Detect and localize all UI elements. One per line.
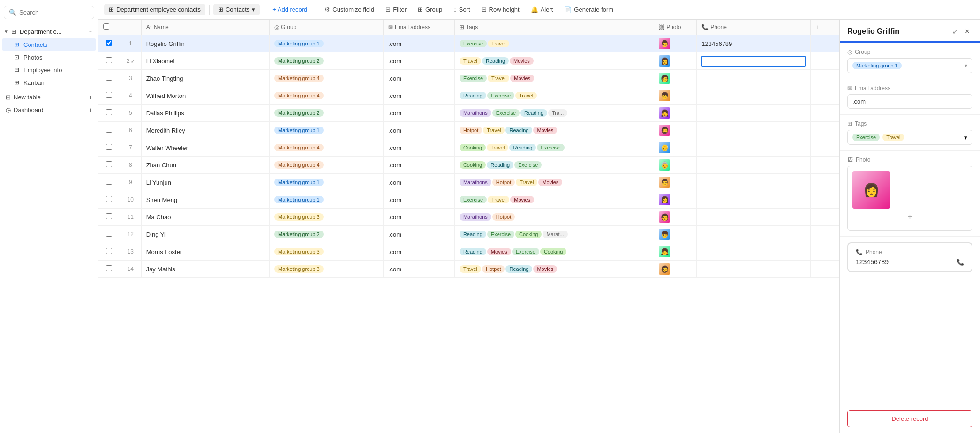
name-cell[interactable]: Dallas Phillips <box>141 105 269 122</box>
phone-cell[interactable] <box>697 52 811 70</box>
search-bar[interactable]: 🔍 <box>4 6 94 19</box>
email-cell[interactable]: .com <box>384 157 455 174</box>
add-row-btn[interactable]: + <box>98 278 839 292</box>
tags-cell[interactable]: ExerciseTravelMovies <box>454 191 654 209</box>
detail-photo-add-btn[interactable]: + <box>852 209 967 225</box>
group-cell[interactable]: Marketing group 4 <box>270 87 384 105</box>
tags-cell[interactable]: HotpotTravelReadingMovies <box>454 122 654 139</box>
contacts-tab[interactable]: ⊞ Contacts ▾ <box>213 4 260 15</box>
group-cell[interactable]: Marketing group 3 <box>270 243 384 261</box>
phone-cell[interactable] <box>697 87 811 105</box>
tags-cell[interactable]: MarathonsExerciseReadingTra... <box>454 105 654 122</box>
phone-input[interactable] <box>701 56 806 67</box>
tags-cell[interactable]: ExerciseTravelMovies <box>454 70 654 87</box>
name-cell[interactable]: Zhao Tingting <box>141 70 269 87</box>
tags-cell[interactable]: TravelReadingMovies <box>454 52 654 70</box>
detail-delete-btn[interactable]: Delete record <box>847 410 972 427</box>
alert-btn[interactable]: 🔔 Alert <box>526 4 558 15</box>
group-cell[interactable]: Marketing group 1 <box>270 174 384 191</box>
email-cell[interactable]: .com <box>384 105 455 122</box>
email-cell[interactable]: .com <box>384 70 455 87</box>
add-table-btn[interactable]: + <box>80 27 86 36</box>
name-cell[interactable]: Li Xiaomei <box>141 52 269 70</box>
name-cell[interactable]: Ma Chao <box>141 209 269 226</box>
group-cell[interactable]: Marketing group 2 <box>270 105 384 122</box>
row-checkbox[interactable] <box>106 92 112 98</box>
phone-cell[interactable] <box>697 122 811 139</box>
tags-cell[interactable]: ReadingExerciseTravel <box>454 87 654 105</box>
email-cell[interactable]: .com <box>384 209 455 226</box>
database-header[interactable]: ▼ ⊞ Department e... + ··· <box>0 25 98 38</box>
add-field-header[interactable]: + <box>811 20 839 35</box>
group-cell[interactable]: Marketing group 1 <box>270 191 384 209</box>
group-btn[interactable]: ⊞ Group <box>413 4 447 15</box>
phone-cell[interactable] <box>697 209 811 226</box>
filter-btn[interactable]: ⊟ Filter <box>381 4 411 15</box>
email-cell[interactable]: .com <box>384 174 455 191</box>
group-cell[interactable]: Marketing group 3 <box>270 209 384 226</box>
name-cell[interactable]: Jay Mathis <box>141 261 269 278</box>
email-cell[interactable]: .com <box>384 122 455 139</box>
tags-cell[interactable]: ExerciseTravel <box>454 35 654 52</box>
sidebar-item-dashboard[interactable]: ◷ Dashboard + <box>2 104 96 116</box>
detail-tags-area[interactable]: Exercise Travel ▾ <box>847 130 972 145</box>
row-checkbox[interactable] <box>106 57 112 63</box>
sidebar-item-employee-info[interactable]: ⊟ Employee info <box>2 64 96 76</box>
detail-phone-call-btn[interactable]: 📞 <box>957 259 964 266</box>
phone-cell[interactable]: 123456789 <box>697 35 811 52</box>
phone-cell[interactable] <box>697 70 811 87</box>
phone-cell[interactable] <box>697 261 811 278</box>
name-cell[interactable]: Ding Yi <box>141 226 269 243</box>
generate-form-btn[interactable]: 📄 Generate form <box>559 4 618 15</box>
detail-close-btn[interactable]: ✕ <box>962 26 972 37</box>
detail-photo-img[interactable]: 👩 <box>852 171 890 209</box>
name-cell[interactable]: Rogelio Griffin <box>141 35 269 52</box>
detail-email-value[interactable]: .com <box>847 94 972 109</box>
row-checkbox[interactable] <box>106 161 112 167</box>
group-cell[interactable]: Marketing group 4 <box>270 157 384 174</box>
name-cell[interactable]: Shen Meng <box>141 191 269 209</box>
tags-cell[interactable]: CookingTravelReadingExercise <box>454 139 654 157</box>
email-cell[interactable]: .com <box>384 243 455 261</box>
name-cell[interactable]: Morris Foster <box>141 243 269 261</box>
email-cell[interactable]: .com <box>384 87 455 105</box>
row-checkbox[interactable] <box>106 265 112 271</box>
name-cell[interactable]: Meredith Riley <box>141 122 269 139</box>
tags-cell[interactable]: MarathonsHotpotTravelMovies <box>454 174 654 191</box>
row-checkbox[interactable] <box>106 109 112 115</box>
tags-cell[interactable]: TravelHotpotReadingMovies <box>454 261 654 278</box>
email-cell[interactable]: .com <box>384 191 455 209</box>
row-checkbox[interactable] <box>106 231 112 237</box>
name-cell[interactable]: Wilfred Morton <box>141 87 269 105</box>
phone-cell[interactable] <box>697 191 811 209</box>
row-height-btn[interactable]: ⊟ Row height <box>477 4 524 15</box>
sidebar-item-contacts[interactable]: ⊞ Contacts ··· <box>2 38 96 51</box>
tags-cell[interactable]: CookingReadingExercise <box>454 157 654 174</box>
phone-cell[interactable] <box>697 226 811 243</box>
select-all-checkbox[interactable] <box>103 23 109 30</box>
group-cell[interactable]: Marketing group 4 <box>270 139 384 157</box>
phone-cell[interactable] <box>697 157 811 174</box>
tags-cell[interactable]: ReadingMoviesExerciseCooking <box>454 243 654 261</box>
search-input[interactable] <box>19 9 89 16</box>
name-cell[interactable]: Li Yunjun <box>141 174 269 191</box>
row-checkbox[interactable] <box>106 213 112 219</box>
name-cell[interactable]: Zhan Chun <box>141 157 269 174</box>
phone-cell[interactable] <box>697 243 811 261</box>
row-checkbox[interactable] <box>106 179 112 185</box>
add-record-btn[interactable]: + Add record <box>268 4 312 15</box>
row-checkbox[interactable] <box>106 196 112 202</box>
group-cell[interactable]: Marketing group 1 <box>270 35 384 52</box>
row-checkbox[interactable] <box>106 75 112 81</box>
row-checkbox[interactable] <box>106 40 112 46</box>
phone-cell[interactable] <box>697 139 811 157</box>
sidebar-item-photos[interactable]: ⊡ Photos <box>2 51 96 63</box>
detail-expand-btn[interactable]: ⤢ <box>950 26 960 37</box>
tags-cell[interactable]: MarathonsHotpot <box>454 209 654 226</box>
sidebar-item-kanban[interactable]: ⊞ Kanban <box>2 76 96 89</box>
sort-btn[interactable]: ↕ Sort <box>449 4 475 15</box>
email-cell[interactable]: .com <box>384 139 455 157</box>
email-cell[interactable]: .com <box>384 35 455 52</box>
more-options-btn[interactable]: ··· <box>87 27 94 36</box>
email-cell[interactable]: .com <box>384 261 455 278</box>
